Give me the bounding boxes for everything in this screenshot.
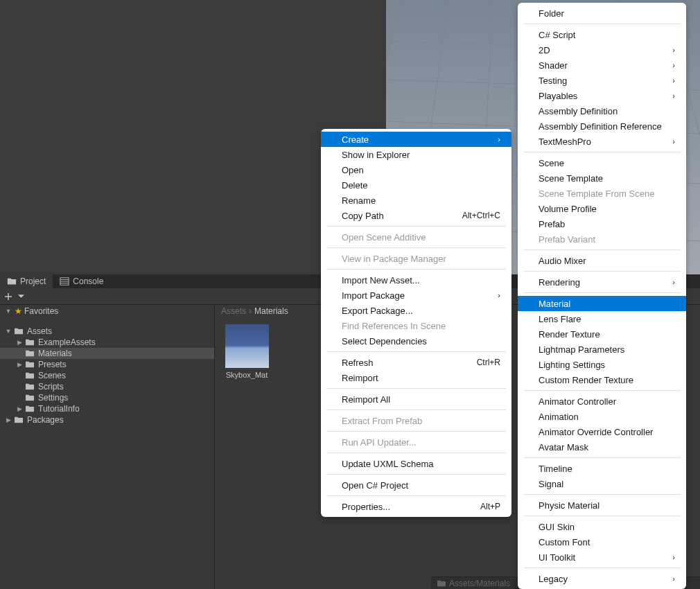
menu-item-label: Reimport: [342, 373, 378, 383]
tree-row[interactable]: Scenes: [0, 370, 214, 381]
menu-item-label: Scene Template From Scene: [539, 188, 654, 199]
context-menu[interactable]: Create›Show in ExplorerOpenDeleteRenameC…: [321, 129, 511, 517]
menu-item[interactable]: Animation: [518, 409, 686, 424]
menu-item[interactable]: Rename: [321, 193, 511, 208]
menu-item[interactable]: Timeline: [518, 461, 686, 476]
menu-item[interactable]: UI Toolkit›: [518, 550, 686, 565]
menu-item[interactable]: Volume Profile: [518, 201, 686, 216]
chevron-right-icon: ›: [651, 46, 675, 54]
menu-separator: [326, 351, 506, 352]
tree-item-label: TutorialInfo: [38, 404, 80, 414]
menu-item-label: Open C# Project: [342, 480, 408, 491]
tree-row[interactable]: Scripts: [0, 381, 214, 392]
chevron-down-icon: [18, 293, 24, 299]
menu-item[interactable]: GUI Skin: [518, 519, 686, 534]
menu-item[interactable]: Assembly Definition Reference: [518, 118, 686, 134]
tree-row[interactable]: Materials: [0, 348, 214, 359]
menu-item[interactable]: Audio Mixer: [518, 253, 686, 268]
menu-item[interactable]: Scene Template: [518, 170, 686, 186]
folder-icon: [25, 360, 35, 369]
menu-item[interactable]: Export Package...: [321, 303, 511, 318]
menu-separator: [523, 152, 681, 152]
create-submenu[interactable]: FolderC# Script2D›Shader›Testing›Playabl…: [518, 3, 686, 589]
menu-item[interactable]: Import Package›: [321, 288, 511, 303]
menu-item[interactable]: Legacy›: [518, 571, 686, 586]
menu-separator: [523, 249, 681, 250]
menu-shortcut: Alt+Ctrl+C: [441, 211, 500, 220]
menu-item[interactable]: Select Dependencies: [321, 333, 511, 349]
menu-item-label: Show in Explorer: [342, 150, 410, 160]
menu-item[interactable]: Folder: [518, 6, 686, 21]
menu-item-label: Reimport All: [342, 394, 390, 405]
menu-item-label: Assembly Definition Reference: [539, 121, 662, 132]
menu-item: Find References In Scene: [321, 318, 511, 333]
tree-row[interactable]: ▶Packages: [0, 414, 214, 425]
chevron-right-icon: ›: [651, 76, 675, 85]
menu-item-label: Testing: [539, 76, 567, 86]
menu-item[interactable]: Lightmap Parameters: [518, 342, 686, 357]
asset-item[interactable]: Skybox_Mat: [222, 324, 271, 379]
tab-console[interactable]: Console: [53, 274, 110, 288]
asset-tree: ▼Assets▶ExampleAssetsMaterials▶PresetsSc…: [0, 326, 214, 425]
chevron-right-icon: ›: [651, 574, 675, 583]
project-tree-sidebar: ▼ ★ Favorites ▼Assets▶ExampleAssetsMater…: [0, 305, 215, 589]
menu-item-label: Animator Controller: [539, 396, 616, 407]
menu-item[interactable]: Shader›: [518, 58, 686, 73]
menu-item[interactable]: Show in Explorer: [321, 147, 511, 162]
menu-item[interactable]: Material: [518, 296, 686, 311]
menu-item[interactable]: RefreshCtrl+R: [321, 355, 511, 370]
tree-row[interactable]: ▶TutorialInfo: [0, 403, 214, 414]
add-button[interactable]: [3, 291, 14, 302]
menu-item[interactable]: Physic Material: [518, 498, 686, 513]
menu-item[interactable]: Reimport All: [321, 392, 511, 407]
favorites-header[interactable]: ▼ ★ Favorites: [0, 305, 214, 317]
menu-item[interactable]: C# Script: [518, 27, 686, 42]
tree-row[interactable]: ▶Presets: [0, 359, 214, 370]
dropdown-button[interactable]: [15, 291, 26, 302]
menu-item[interactable]: Custom Font: [518, 534, 686, 550]
tab-project[interactable]: Project: [0, 274, 53, 288]
breadcrumb-root[interactable]: Assets: [221, 306, 246, 316]
tree-row[interactable]: Settings: [0, 392, 214, 403]
tree-row[interactable]: ▶ExampleAssets: [0, 337, 214, 348]
asset-thumbnail: [225, 324, 269, 368]
menu-item[interactable]: Playables›: [518, 88, 686, 103]
folder-icon: [25, 405, 35, 413]
menu-item-label: Lighting Settings: [539, 360, 605, 370]
menu-item[interactable]: Create›: [321, 132, 511, 147]
menu-item[interactable]: 2D›: [518, 42, 686, 58]
menu-item[interactable]: TextMeshPro›: [518, 134, 686, 149]
menu-item[interactable]: Update UXML Schema: [321, 456, 511, 471]
menu-item[interactable]: Lens Flare: [518, 311, 686, 326]
menu-separator: [326, 226, 506, 227]
menu-item-label: Scene: [539, 158, 564, 168]
menu-item[interactable]: Custom Render Texture: [518, 372, 686, 387]
menu-item[interactable]: Lighting Settings: [518, 357, 686, 372]
menu-item[interactable]: Import New Asset...: [321, 272, 511, 288]
breadcrumb-current[interactable]: Materials: [254, 306, 288, 316]
menu-item[interactable]: Properties...Alt+P: [321, 499, 511, 514]
menu-item[interactable]: Open C# Project: [321, 477, 511, 493]
folder-icon: [14, 416, 24, 424]
menu-item[interactable]: Assembly Definition: [518, 103, 686, 118]
menu-separator: [326, 474, 506, 475]
menu-item[interactable]: Prefab: [518, 216, 686, 231]
menu-separator: [523, 568, 681, 568]
menu-item[interactable]: Scene: [518, 155, 686, 170]
menu-item[interactable]: Open: [321, 162, 511, 177]
menu-item[interactable]: Animator Controller: [518, 394, 686, 409]
menu-item[interactable]: Avatar Mask: [518, 439, 686, 455]
menu-item[interactable]: Animator Override Controller: [518, 424, 686, 439]
tree-row[interactable]: ▼Assets: [0, 326, 214, 337]
menu-item[interactable]: Render Texture: [518, 326, 686, 342]
menu-item[interactable]: Rendering›: [518, 274, 686, 290]
menu-item[interactable]: Reimport: [321, 370, 511, 385]
menu-item[interactable]: Copy PathAlt+Ctrl+C: [321, 208, 511, 223]
menu-item[interactable]: Signal: [518, 476, 686, 491]
tree-arrow: ▶: [15, 339, 24, 346]
menu-item-label: Custom Font: [539, 537, 590, 547]
chevron-right-icon: ›: [249, 306, 252, 316]
menu-item[interactable]: Delete: [321, 177, 511, 193]
menu-item-label: Legacy: [539, 574, 568, 584]
menu-item[interactable]: Testing›: [518, 73, 686, 88]
